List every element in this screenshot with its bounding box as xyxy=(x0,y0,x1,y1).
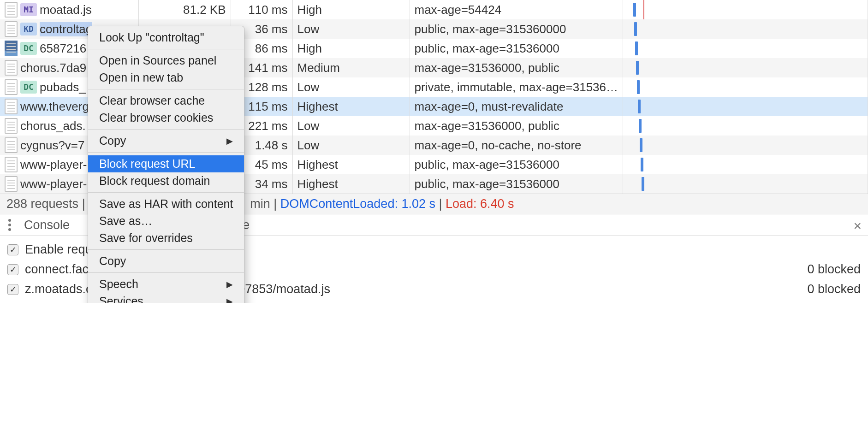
request-name: chorus_ads. xyxy=(20,119,86,133)
chevron-right-icon: ▶ xyxy=(226,136,233,146)
waterfall-bar xyxy=(633,3,636,17)
waterfall-bar xyxy=(636,61,639,75)
ctx-save-har[interactable]: Save as HAR with content xyxy=(88,195,244,212)
tab-console[interactable]: Console xyxy=(24,218,70,232)
request-name: 6587216 xyxy=(40,41,86,56)
enable-blocking-checkbox[interactable] xyxy=(7,244,18,255)
waterfall-cell xyxy=(623,77,868,97)
request-name: www-player- xyxy=(20,177,87,191)
script-file-icon xyxy=(5,60,18,76)
initiator-badge: DC xyxy=(20,81,37,94)
request-cache-control: public, max-age=315360000 xyxy=(410,19,623,39)
request-cache-control: max-age=54424 xyxy=(410,0,623,19)
ctx-copy[interactable]: Copy▶ xyxy=(88,132,244,149)
ctx-save-overrides[interactable]: Save for overrides xyxy=(88,230,244,247)
ctx-block-domain[interactable]: Block request domain xyxy=(88,172,244,189)
script-file-icon xyxy=(5,176,18,192)
ctx-block-url[interactable]: Block request URL xyxy=(88,155,244,172)
waterfall-bar xyxy=(641,158,643,171)
context-menu: Look Up "controltag" Open in Sources pan… xyxy=(88,26,244,303)
request-priority: Low xyxy=(292,136,410,155)
script-file-icon xyxy=(5,99,18,114)
status-requests: 288 requests xyxy=(6,197,78,211)
waterfall-bar xyxy=(640,138,642,152)
request-priority: Highest xyxy=(292,155,410,174)
chevron-right-icon: ▶ xyxy=(226,279,233,289)
waterfall-bar xyxy=(638,100,641,113)
request-cache-control: private, immutable, max-age=31536… xyxy=(410,77,623,97)
pattern-url: connect.fac xyxy=(25,262,89,277)
kebab-menu-icon[interactable] xyxy=(5,217,15,233)
request-cache-control: max-age=31536000, public xyxy=(410,58,623,77)
ctx-open-tab[interactable]: Open in new tab xyxy=(88,69,244,86)
request-priority: Highest xyxy=(292,174,410,194)
request-size: 81.2 KB xyxy=(138,0,231,19)
initiator-badge: KD xyxy=(20,23,37,35)
request-cache-control: max-age=31536000, public xyxy=(410,116,623,136)
script-file-icon xyxy=(5,79,18,95)
request-name: www.theverg xyxy=(20,100,89,114)
pattern-blocked-count: 0 blocked xyxy=(807,282,861,296)
request-priority: Low xyxy=(292,116,410,136)
request-name: moatad.js xyxy=(40,3,92,17)
script-file-icon xyxy=(5,2,18,18)
waterfall-cell xyxy=(623,97,868,116)
request-priority: High xyxy=(292,0,410,19)
script-file-icon xyxy=(5,21,18,37)
ctx-copy-2[interactable]: Copy xyxy=(88,253,244,270)
request-name: controltag xyxy=(40,22,92,36)
request-name: cygnus?v=7 xyxy=(20,138,84,153)
request-cache-control: public, max-age=31536000 xyxy=(410,155,623,174)
request-cache-control: public, max-age=31536000 xyxy=(410,39,623,58)
load-event-line xyxy=(643,0,644,19)
waterfall-bar xyxy=(634,22,637,36)
request-priority: Highest xyxy=(292,97,410,116)
request-cache-control: max-age=0, must-revalidate xyxy=(410,97,623,116)
request-cache-control: max-age=0, no-cache, no-store xyxy=(410,136,623,155)
ctx-open-sources[interactable]: Open in Sources panel xyxy=(88,52,244,69)
waterfall-bar xyxy=(635,41,638,55)
waterfall-cell xyxy=(623,58,868,77)
script-file-icon xyxy=(5,118,18,134)
ctx-services[interactable]: Services▶ xyxy=(88,293,244,303)
script-file-icon xyxy=(5,137,18,153)
waterfall-bar xyxy=(639,119,642,133)
pattern-checkbox[interactable] xyxy=(7,264,18,275)
close-icon[interactable]: × xyxy=(853,218,862,234)
chevron-right-icon: ▶ xyxy=(226,296,233,303)
initiator-badge: MI xyxy=(20,3,37,16)
request-priority: High xyxy=(292,39,410,58)
waterfall-cell xyxy=(623,39,868,58)
request-priority: Low xyxy=(292,77,410,97)
initiator-badge: DC xyxy=(20,42,37,55)
waterfall-cell xyxy=(623,155,868,174)
request-name: pubads_ xyxy=(40,80,86,94)
request-cache-control: public, max-age=31536000 xyxy=(410,174,623,194)
waterfall-cell xyxy=(623,174,868,194)
waterfall-cell xyxy=(623,0,868,19)
ctx-save-as[interactable]: Save as… xyxy=(88,212,244,230)
ctx-lookup[interactable]: Look Up "controltag" xyxy=(88,29,244,46)
request-name: www-player- xyxy=(20,158,87,172)
waterfall-cell xyxy=(623,136,868,155)
image-file-icon xyxy=(5,41,18,56)
request-priority: Low xyxy=(292,19,410,39)
script-file-icon xyxy=(5,157,18,172)
waterfall-bar xyxy=(642,177,644,191)
waterfall-cell xyxy=(623,19,868,39)
waterfall-bar xyxy=(637,80,640,94)
ctx-clear-cache[interactable]: Clear browser cache xyxy=(88,92,244,109)
status-load: Load: 6.40 s xyxy=(446,197,514,211)
table-row[interactable]: MImoatad.js81.2 KB110 msHighmax-age=5442… xyxy=(0,0,868,19)
waterfall-cell xyxy=(623,116,868,136)
request-name: chorus.7da9 xyxy=(20,61,86,75)
status-dcl: DOMContentLoaded: 1.02 s xyxy=(280,197,435,211)
pattern-checkbox[interactable] xyxy=(7,284,18,295)
enable-blocking-label: Enable requ xyxy=(25,242,92,257)
request-time: 110 ms xyxy=(231,0,292,19)
request-priority: Medium xyxy=(292,58,410,77)
ctx-speech[interactable]: Speech▶ xyxy=(88,276,244,293)
pattern-blocked-count: 0 blocked xyxy=(807,262,861,277)
status-rest-mid: min xyxy=(250,197,270,211)
ctx-clear-cookies[interactable]: Clear browser cookies xyxy=(88,109,244,126)
